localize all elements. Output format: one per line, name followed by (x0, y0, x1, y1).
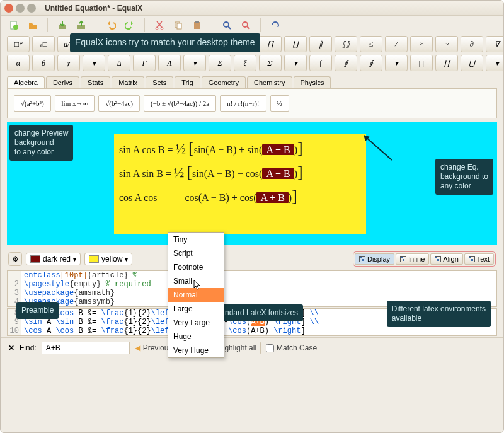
font-size-option[interactable]: Tiny (168, 233, 224, 246)
minimize-window-button[interactable] (16, 4, 25, 13)
fg-color-select[interactable]: dark red ▾ (26, 253, 81, 265)
symbol-button[interactable]: α (7, 55, 30, 71)
symbol-button[interactable]: ⋃ (461, 55, 483, 71)
symbol-button[interactable]: ξ (234, 55, 256, 71)
symbol-button[interactable]: ∇ (486, 36, 504, 52)
find-bar: ✕ Find: ◀Previous ▶Next ⎚Highlight all M… (1, 337, 503, 358)
font-size-option[interactable]: Very Huge (168, 344, 224, 357)
refresh-button[interactable] (268, 18, 282, 32)
env-align-button[interactable]: Align (430, 253, 462, 265)
template-button[interactable]: √(a²+b²) (14, 95, 51, 112)
symbol-button[interactable]: ≠ (385, 36, 408, 52)
open-file-button[interactable] (26, 18, 40, 32)
symbol-button[interactable]: ∮ (335, 55, 357, 71)
titlebar: Untitled Equation* - EqualX (1, 1, 503, 16)
undo-button[interactable] (104, 18, 118, 32)
symbol-button[interactable]: Δ (108, 55, 130, 71)
svg-point-10 (224, 22, 229, 27)
equation-preview: change Preview background to any color s… (7, 122, 497, 245)
symbol-button[interactable]: ≤ (360, 36, 382, 52)
app-window: Untitled Equation* - EqualX □ᵃₐ□a/b□͞□̲⟨… (0, 0, 504, 433)
env-text-button[interactable]: Text (464, 253, 494, 265)
symbol-button[interactable]: ∫ (309, 55, 332, 71)
tab-stats[interactable]: Stats (81, 76, 110, 88)
tab-derivs[interactable]: Derivs (46, 76, 79, 88)
annotation-preview-bg: change Preview background to any color (9, 125, 73, 161)
tab-sets[interactable]: Sets (146, 76, 173, 88)
symbol-button[interactable]: β (32, 55, 55, 71)
font-size-option[interactable]: Script (168, 246, 224, 260)
symbol-button[interactable]: χ (57, 55, 80, 71)
annotation-environments: Different latex environments available (387, 301, 491, 327)
annotation-preamble: Preamble (16, 302, 59, 319)
symbol-button[interactable]: ▾ (486, 55, 504, 71)
close-find-button[interactable]: ✕ (8, 344, 14, 352)
new-file-button[interactable] (7, 18, 21, 32)
save-button[interactable] (55, 18, 69, 32)
env-icon (359, 256, 365, 262)
symbol-button[interactable]: ▾ (83, 55, 105, 71)
symbol-button[interactable]: ▾ (385, 55, 408, 71)
font-size-option[interactable]: Huge (168, 330, 224, 344)
bg-color-name: yellow (101, 255, 122, 263)
close-window-button[interactable] (4, 4, 13, 13)
symbol-button[interactable]: ~ (435, 36, 458, 52)
env-icon (400, 256, 406, 262)
font-size-option[interactable]: Large (168, 302, 224, 316)
bg-swatch (89, 255, 99, 263)
cut-button[interactable] (152, 18, 166, 32)
equation-display: sin A cos B = ½ [sin(A − B) + sin(A + B)… (114, 134, 366, 234)
symbol-button[interactable]: ≈ (410, 36, 433, 52)
match-case-checkbox[interactable]: Match Case (266, 344, 317, 352)
cursor-icon (193, 279, 202, 292)
symbol-button[interactable]: Σ' (259, 55, 282, 71)
tab-geometry[interactable]: Geometry (202, 76, 246, 88)
font-size-option[interactable]: Very Large (168, 316, 224, 330)
template-button[interactable]: (−b ± √(b²−4ac)) / 2a (144, 95, 216, 112)
symbol-button[interactable]: □ᵃ (7, 36, 30, 52)
symbol-button[interactable]: Λ (158, 55, 181, 71)
symbol-button[interactable]: ∮ (360, 55, 382, 71)
svg-line-13 (247, 26, 249, 29)
find-button[interactable] (220, 18, 234, 32)
template-button[interactable]: n! / r!(n−r)! (220, 95, 266, 112)
annotation-eq-bg: change Eq. background to any color (435, 159, 493, 195)
tab-algebra[interactable]: Algebra (7, 76, 45, 88)
symbol-button[interactable]: ₐ□ (32, 36, 55, 52)
tab-trig[interactable]: Trig (175, 76, 200, 88)
find-input[interactable] (42, 342, 130, 354)
symbol-button[interactable]: ‖ (309, 36, 332, 52)
copy-button[interactable] (171, 18, 185, 32)
bg-color-select[interactable]: yellow ▾ (84, 253, 132, 265)
env-display-button[interactable]: Display (355, 253, 394, 265)
symbol-button[interactable]: ⟦⟧ (335, 36, 357, 52)
export-button[interactable] (74, 18, 88, 32)
symbol-button[interactable]: ∂ (461, 36, 483, 52)
settings-button[interactable]: ⚙ (8, 252, 22, 266)
paste-button[interactable] (190, 18, 204, 32)
symbol-button[interactable]: ∐ (435, 55, 458, 71)
font-size-menu: TinyScriptFootnoteSmallNormalLargeVery L… (168, 232, 224, 358)
find-replace-button[interactable] (239, 18, 253, 32)
format-row: ⚙ dark red ▾ yellow ▾ DisplayInlineAlign… (1, 249, 503, 269)
symbol-button[interactable]: Σ (209, 55, 231, 71)
tab-physics[interactable]: Physics (294, 76, 331, 88)
tab-chemistry[interactable]: Chemistry (247, 76, 292, 88)
symbol-button[interactable]: ∏ (410, 55, 433, 71)
env-icon (435, 256, 441, 262)
find-previous-button[interactable]: ◀Previous (135, 344, 173, 352)
env-inline-button[interactable]: Inline (396, 253, 429, 265)
font-size-option[interactable]: Footnote (168, 260, 224, 274)
redo-button[interactable] (123, 18, 137, 32)
symbol-button[interactable]: ▾ (183, 55, 206, 71)
symbol-button[interactable]: ⌈⌉ (259, 36, 282, 52)
svg-point-12 (243, 22, 248, 27)
tab-matrix[interactable]: Matrix (112, 76, 144, 88)
symbol-button[interactable]: Γ (133, 55, 156, 71)
template-button[interactable]: √(b²−4ac) (98, 95, 140, 112)
maximize-window-button[interactable] (27, 4, 36, 13)
template-button[interactable]: ½ (270, 95, 289, 112)
symbol-button[interactable]: ▾ (284, 55, 307, 71)
template-button[interactable]: lim x→∞ (55, 95, 95, 112)
symbol-button[interactable]: ⌊⌋ (284, 36, 307, 52)
